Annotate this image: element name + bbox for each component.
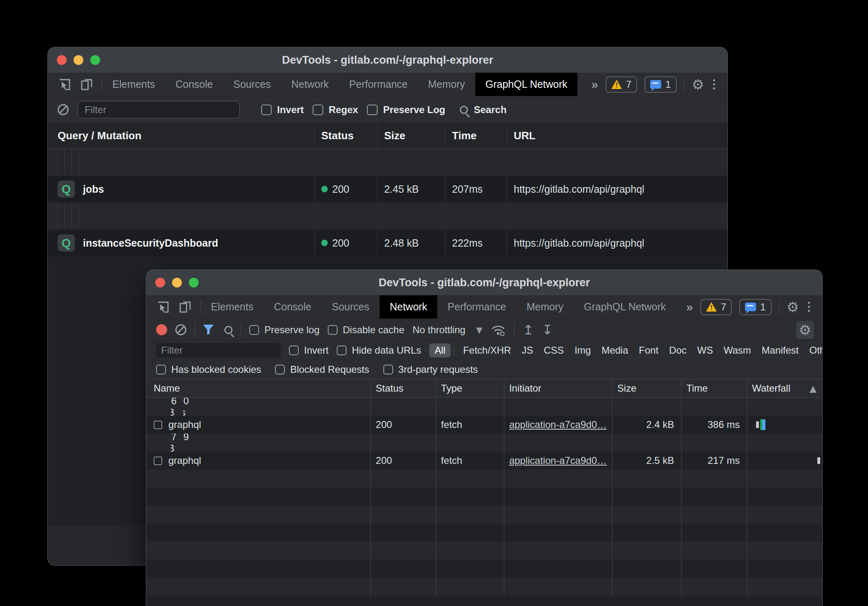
settings-gear-icon[interactable]: ⚙ — [692, 78, 704, 91]
network-filter-input[interactable] — [156, 343, 281, 358]
tab-console[interactable]: Console — [165, 73, 223, 96]
invert-checkbox[interactable] — [261, 105, 272, 115]
type-filter-js[interactable]: JS — [517, 343, 539, 357]
tab-sources[interactable]: Sources — [322, 295, 380, 319]
type-filter-other[interactable]: Other — [804, 343, 823, 357]
more-options-icon[interactable] — [806, 300, 812, 314]
search-button[interactable]: Search — [460, 104, 506, 116]
has-blocked-cookies-checkbox[interactable] — [156, 365, 166, 374]
initiator-link[interactable]: application-a7ca9d0… — [509, 419, 607, 430]
tab-memory[interactable]: Memory — [418, 73, 475, 96]
request-time: 8.19 s — [183, 434, 195, 452]
hide-data-urls-checkbox[interactable] — [337, 345, 347, 355]
query-name: jobs — [83, 183, 104, 195]
tab-graphql-network[interactable]: GraphQL Network — [475, 73, 578, 96]
search-icon — [460, 106, 468, 114]
status-ok-dot — [321, 186, 328, 192]
tab-elements[interactable]: Elements — [201, 295, 264, 319]
request-type: fetch — [435, 416, 503, 434]
table-row[interactable]: QinstanceSecurityDashboard 200 2.48 kB 2… — [48, 229, 727, 256]
type-filter-img[interactable]: Img — [569, 343, 596, 357]
column-header-url[interactable]: URL — [507, 123, 727, 148]
table-header-row: Query / Mutation Status Size Time URL — [48, 123, 727, 149]
query-name: instanceSecurityDashboard — [83, 237, 218, 249]
column-header-status[interactable]: Status — [370, 379, 435, 397]
table-row[interactable]: graphql 200 fetch application-a7ca9d0… 2… — [146, 398, 156, 416]
filter-input[interactable] — [78, 101, 240, 118]
preserve-log-checkbox[interactable] — [249, 325, 259, 335]
table-row[interactable]: graphql 200 fetch application-a7ca9d0… 2… — [146, 416, 822, 434]
more-options-icon[interactable] — [711, 78, 717, 91]
inspect-element-icon[interactable] — [156, 300, 170, 314]
regex-checkbox-group: Regex — [313, 104, 358, 116]
waterfall-cell — [746, 416, 822, 434]
column-header-time[interactable]: Time — [680, 379, 746, 397]
type-filter-fetch-xhr[interactable]: Fetch/XHR — [458, 343, 516, 357]
column-header-name[interactable]: Name — [146, 379, 370, 397]
request-url: https://gitlab.com/api/graphql — [79, 203, 85, 229]
type-filter-wasm[interactable]: Wasm — [718, 343, 756, 357]
tab-memory[interactable]: Memory — [516, 295, 573, 319]
network-conditions-icon[interactable] — [490, 323, 506, 336]
record-network-log-button[interactable] — [156, 324, 167, 335]
request-size: 2.48 kB — [378, 229, 445, 256]
issues-badge[interactable]: 1 — [644, 76, 676, 93]
more-tabs-icon[interactable]: » — [686, 300, 693, 314]
clear-network-log-icon[interactable] — [175, 324, 186, 335]
filter-funnel-icon[interactable] — [203, 325, 214, 335]
table-row[interactable]: Qusers 200 2.7 kB 9s https://gitlab.com/… — [48, 203, 58, 229]
column-header-size[interactable]: Size — [612, 379, 681, 397]
clear-icon[interactable] — [58, 104, 69, 115]
preserve-log-checkbox-group: Preserve Log — [367, 104, 445, 116]
column-header-query-mutation[interactable]: Query / Mutation — [48, 123, 315, 148]
column-header-time[interactable]: Time — [445, 123, 507, 148]
tab-performance[interactable]: Performance — [437, 295, 516, 319]
type-filter-ws[interactable]: WS — [692, 343, 718, 357]
table-row[interactable]: graphql 200 fetch application-a7ca9d0… 2… — [146, 452, 822, 470]
column-header-waterfall[interactable]: Waterfall ▲ — [746, 379, 822, 397]
column-header-initiator[interactable]: Initiator — [503, 379, 612, 397]
tab-performance[interactable]: Performance — [339, 73, 418, 96]
type-filter-all[interactable]: All — [429, 343, 451, 357]
table-row[interactable]: Qjobs 200 2.45 kB 207ms https://gitlab.c… — [48, 176, 727, 203]
export-har-icon[interactable]: ↧ — [542, 323, 553, 336]
inspect-element-icon[interactable] — [58, 78, 72, 91]
type-filter-css[interactable]: CSS — [539, 343, 569, 357]
tab-graphql-network[interactable]: GraphQL Network — [574, 295, 676, 319]
blocked-requests-checkbox[interactable] — [275, 365, 285, 374]
network-settings-button[interactable]: ⚙ — [796, 321, 814, 339]
regex-checkbox[interactable] — [313, 105, 323, 115]
preserve-log-checkbox[interactable] — [367, 105, 378, 115]
tab-console[interactable]: Console — [264, 295, 322, 319]
column-header-type[interactable]: Type — [435, 379, 503, 397]
type-filter-doc[interactable]: Doc — [664, 343, 692, 357]
throttling-select[interactable]: No throttling ▼ — [412, 324, 482, 336]
more-tabs-icon[interactable]: » — [591, 78, 598, 91]
window-title: DevTools - gitlab.com/-/graphql-explorer — [146, 276, 822, 289]
third-party-requests-checkbox[interactable] — [383, 365, 393, 374]
disable-cache-checkbox[interactable] — [328, 325, 338, 335]
settings-gear-icon[interactable]: ⚙ — [787, 300, 799, 314]
type-filter-media[interactable]: Media — [596, 343, 633, 357]
warnings-badge[interactable]: ! 7 — [700, 299, 732, 315]
import-har-icon[interactable]: ↥ — [523, 323, 534, 336]
tab-network[interactable]: Network — [281, 73, 339, 96]
tab-elements[interactable]: Elements — [102, 73, 165, 96]
warnings-badge[interactable]: ! 7 — [606, 76, 637, 93]
request-name: graphql — [168, 455, 201, 466]
tab-network[interactable]: Network — [380, 295, 438, 319]
device-toolbar-icon[interactable] — [80, 78, 94, 91]
table-row[interactable]: graphql 200 fetch application-a7ca9d0… 2… — [146, 434, 156, 452]
column-header-size[interactable]: Size — [378, 123, 445, 148]
type-filter-font[interactable]: Font — [633, 343, 664, 357]
search-icon[interactable] — [224, 326, 233, 334]
tab-sources[interactable]: Sources — [223, 73, 281, 96]
initiator-link[interactable]: application-a7ca9d0… — [509, 455, 607, 466]
type-filter-manifest[interactable]: Manifest — [756, 343, 804, 357]
table-row[interactable]: Quser 200 2.57 kB 211ms https://gitlab.c… — [48, 149, 58, 176]
request-type: fetch — [159, 434, 165, 452]
invert-checkbox[interactable] — [289, 345, 299, 355]
device-toolbar-icon[interactable] — [178, 300, 192, 314]
column-header-status[interactable]: Status — [315, 123, 378, 148]
issues-badge[interactable]: 1 — [739, 299, 771, 315]
